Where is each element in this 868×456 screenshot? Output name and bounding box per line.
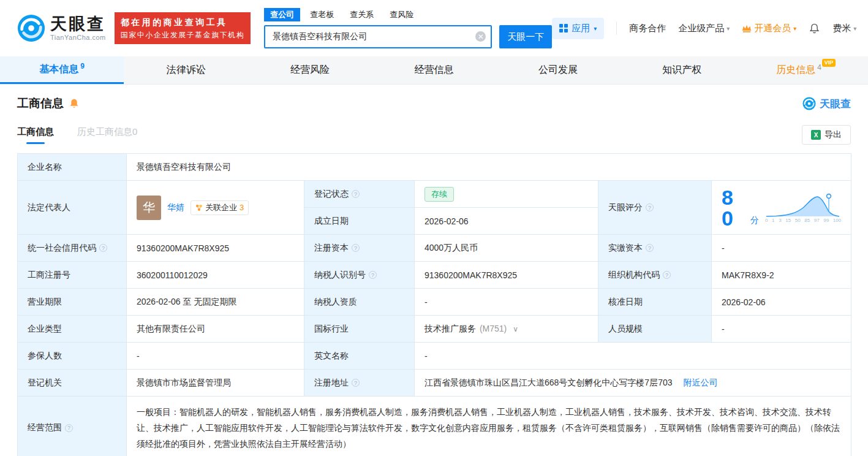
org-code-label: 组织机构代码? [598,262,712,289]
staff-size-value: - [712,316,851,343]
insured-count-value: - [127,343,304,370]
related-company-tag[interactable]: 关联企业 3 [191,200,249,215]
related-company-count: 3 [240,203,244,212]
search-tab-company[interactable]: 查公司 [264,8,300,21]
field-label: 纳税人识别号 [314,270,366,279]
search-tab-relation[interactable]: 查关系 [344,8,380,21]
reg-authority-value: 景德镇市市场监督管理局 [127,370,304,397]
help-icon[interactable]: ? [99,244,107,252]
tab-label: 经营风险 [290,64,330,77]
help-icon[interactable]: ? [352,244,360,252]
watermark-label: 天眼查 [820,97,851,111]
approval-date-label: 核准日期 [598,289,712,316]
help-icon[interactable]: ? [646,203,654,211]
nearby-companies-link[interactable]: 附近公司 [683,378,717,387]
tab-operation-risk[interactable]: 经营风险 [248,56,372,84]
tianyancha-watermark: 天眼查 [802,97,851,111]
establish-date-value: 2026-02-06 [415,208,598,235]
score-cell: 80 分 0131550859799100 [712,181,851,235]
industry-value: 技术推广服务 (M751) ∨ [415,316,598,343]
chevron-down-icon[interactable]: ∨ [513,325,518,333]
header-menu: 应用 ▾ 商务合作 企业级产品 ▾ 开通会员 ▾ 费米 [552,18,856,39]
tab-history-info[interactable]: 历史信息 4 VIP [744,56,868,84]
export-label: 导出 [825,129,842,140]
tab-label: 法律诉讼 [167,64,206,77]
related-company-label: 关联企业 [205,202,237,213]
reg-number-label: 工商注册号 [18,262,127,289]
search-input[interactable] [264,25,492,48]
score-value: 80 [722,187,744,229]
reg-capital-label: 注册资本? [304,235,415,262]
table-row: 统一社会信用代码? 91360200MAK7R8X925 注册资本? 4000万… [18,235,851,262]
search-tab-boss[interactable]: 查老板 [304,8,340,21]
business-info-table: 企业名称 景德镇吾空科技有限公司 法定代表人 华 华婧 [17,153,851,456]
tab-label: 经营信息 [414,64,453,77]
grid-icon [559,24,568,32]
tab-legal-litigation[interactable]: 法律诉讼 [124,56,247,84]
tab-intellectual-property[interactable]: 知识产权 [620,56,744,84]
top-header: 天眼查 TianYanCha.com 都在用的商业查询工具 国家中小企业发展子基… [0,0,868,56]
english-name-value: - [415,343,851,370]
taxpayer-quality-label: 纳税人资质 [304,289,415,316]
english-name-label: 英文名称 [304,343,415,370]
reg-capital-value: 4000万人民币 [415,235,598,262]
user-menu[interactable]: 费米 ▾ [832,23,856,34]
avatar[interactable]: 华 [137,196,161,220]
field-label: 经营范围 [28,422,62,432]
alert-bell-icon[interactable] [69,98,80,109]
tab-label: 历史信息 [776,64,815,77]
table-row: 经营范围? 一般项目：智能机器人的研发，智能机器人销售，服务消费机器人制造，服务… [18,397,851,456]
enterprise-products-label: 企业级产品 [678,23,724,34]
subtab-business-info[interactable]: 工商信息 [17,126,54,144]
export-button[interactable]: X 导出 [802,125,851,145]
menu-open-vip[interactable]: 开通会员 ▾ [742,23,796,34]
table-row: 工商注册号 360200110012029 纳税人识别号? 91360200MA… [18,262,851,289]
org-code-value: MAK7R8X9-2 [712,262,851,289]
tab-company-development[interactable]: 公司发展 [496,56,620,84]
field-label: 注册地址 [314,378,349,387]
chevron-down-icon: ▾ [793,25,796,32]
reg-status-label: 登记状态? [304,181,415,208]
staff-size-label: 人员规模 [598,316,712,343]
help-icon[interactable]: ? [369,271,377,279]
tianyancha-logo[interactable]: 天眼查 TianYanCha.com [17,14,106,42]
tab-operation-info[interactable]: 经营信息 [372,56,496,84]
promo-banner-line1: 都在用的商业查询工具 [121,16,245,29]
chevron-down-icon: ▾ [726,25,730,32]
subtab-history-business-info[interactable]: 历史工商信息0 [77,126,137,144]
help-icon[interactable]: ? [65,424,73,432]
tab-basic-info[interactable]: 基本信息 9 [0,56,124,84]
search-area: 查公司 查老板 查关系 查风险 ✕ 天眼一下 [264,8,552,48]
reg-number-value: 360200110012029 [127,262,304,289]
field-label: 注册资本 [314,243,349,253]
help-icon[interactable]: ? [352,379,360,387]
subtab-row: 工商信息 历史工商信息0 X 导出 [0,125,868,145]
status-badge: 存续 [425,187,454,202]
tab-count: 4 [817,63,821,72]
vip-badge: VIP [822,59,836,67]
search-button[interactable]: 天眼一下 [499,25,552,48]
help-icon[interactable]: ? [352,190,360,198]
business-term-value: 2026-02-06 至 无固定期限 [127,289,304,316]
help-icon[interactable]: ? [663,271,671,279]
help-icon[interactable]: ? [646,244,654,252]
business-scope-value: 一般项目：智能机器人的研发，智能机器人销售，服务消费机器人制造，服务消费机器人销… [127,397,851,456]
table-row: 参保人数 - 英文名称 - [18,343,851,370]
insured-count-label: 参保人数 [18,343,127,370]
score-axis-labels: 0131550859799100 [765,218,841,223]
score-label: 天眼评分? [598,181,712,235]
field-label: 天眼评分 [608,202,643,212]
search-tab-risk[interactable]: 查风险 [383,8,420,21]
legal-rep-link[interactable]: 华婧 [167,202,184,213]
notification-bell-icon[interactable] [809,23,820,34]
tab-label: 知识产权 [662,64,701,77]
menu-cooperation[interactable]: 商务合作 [629,23,666,34]
address-text: 江西省景德镇市珠山区昌江大道668号文创孵化中心写字楼7层703 [425,378,673,387]
taxpayer-id-label: 纳税人识别号? [304,262,415,289]
apps-button[interactable]: 应用 ▾ [552,18,604,39]
table-row: 营业期限 2026-02-06 至 无固定期限 纳税人资质 - 核准日期 202… [18,289,851,316]
taxpayer-id-value: 91360200MAK7R8X925 [415,262,598,289]
menu-enterprise-products[interactable]: 企业级产品 ▾ [678,23,730,34]
address-label: 注册地址? [304,370,415,397]
open-vip-label: 开通会员 [754,23,791,34]
